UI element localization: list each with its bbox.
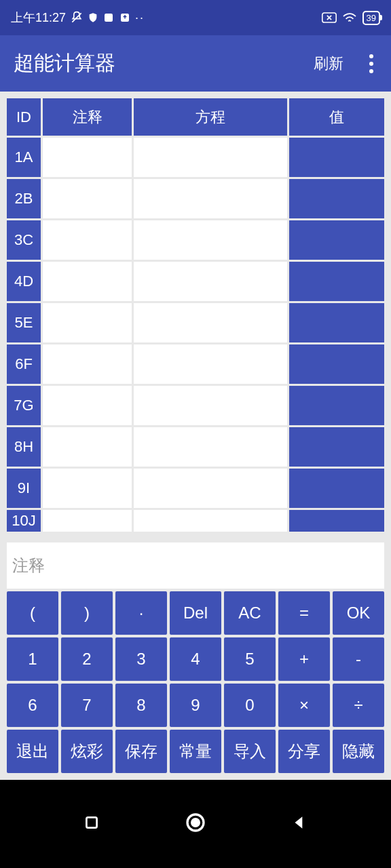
cell-value [289,386,384,425]
cell-equation[interactable] [134,344,287,384]
cell-note[interactable] [43,386,132,425]
cell-id: 9I [7,469,41,508]
cell-note[interactable] [43,220,132,260]
key-6[interactable]: 6 [7,684,58,727]
cell-equation[interactable] [134,469,287,508]
nav-home[interactable] [185,812,206,836]
key-分享[interactable]: 分享 [278,730,330,773]
shield-icon [88,12,98,23]
key-5[interactable]: 5 [224,637,276,681]
wifi-icon [342,12,357,24]
battery-icon: 39 [362,11,380,25]
status-time: 上午11:27 [11,9,66,26]
key-3[interactable]: 3 [115,637,167,681]
table-body[interactable]: 1A2B3C4D5E6F7G8H9I10J [7,136,384,542]
key-=[interactable]: = [278,591,330,635]
table-header: ID 注释 方程 值 [7,98,384,136]
cell-id: 2B [7,179,41,218]
cell-equation[interactable] [134,179,287,218]
table-row[interactable]: 6F [7,344,384,384]
cell-value [289,344,384,384]
cell-equation[interactable] [134,262,287,301]
table-row[interactable]: 8H [7,427,384,467]
nav-bar [0,780,391,868]
key-OK[interactable]: OK [333,591,384,635]
close-box-icon [322,12,337,23]
key-7[interactable]: 7 [61,684,113,727]
key-·[interactable]: · [115,591,167,635]
table: ID 注释 方程 值 1A2B3C4D5E6F7G8H9I10J [7,98,384,542]
cell-id: 5E [7,303,41,342]
cell-value [289,427,384,467]
cell-value [289,179,384,218]
cell-note[interactable] [43,510,132,532]
key-炫彩[interactable]: 炫彩 [61,730,113,773]
square-icon [103,12,115,24]
nav-recent[interactable] [83,814,100,834]
key-保存[interactable]: 保存 [115,730,167,773]
key-9[interactable]: 9 [170,684,221,727]
cell-note[interactable] [43,262,132,301]
cell-note[interactable] [43,179,132,218]
cell-id: 4D [7,262,41,301]
cell-id: 10J [7,510,41,532]
cell-value [289,303,384,342]
key-)[interactable]: ) [61,591,113,635]
cell-value [289,138,384,177]
cell-equation[interactable] [134,510,287,532]
cell-id: 3C [7,220,41,260]
cell-equation[interactable] [134,138,287,177]
key-AC[interactable]: AC [224,591,276,635]
key-导入[interactable]: 导入 [224,730,276,773]
header-equation: 方程 [134,98,287,136]
note-input[interactable]: 注释 [7,542,384,589]
key-×[interactable]: × [278,684,330,727]
key-退出[interactable]: 退出 [7,730,58,773]
table-row[interactable]: 1A [7,138,384,177]
key-([interactable]: ( [7,591,58,635]
table-row[interactable]: 7G [7,386,384,425]
table-row[interactable]: 9I [7,469,384,508]
cell-id: 6F [7,344,41,384]
table-row[interactable]: 3C [7,220,384,260]
header-value: 值 [289,98,384,136]
header-id: ID [7,98,41,136]
table-row[interactable]: 10J [7,510,384,532]
table-row[interactable]: 2B [7,179,384,218]
app-bar: 超能计算器 刷新 [0,35,391,92]
key-+[interactable]: + [278,637,330,681]
cell-equation[interactable] [134,303,287,342]
key-4[interactable]: 4 [170,637,221,681]
svg-rect-4 [86,817,96,827]
content-area: ID 注释 方程 值 1A2B3C4D5E6F7G8H9I10J 注释 ()·D… [0,92,391,780]
key-Del[interactable]: Del [170,591,221,635]
cell-id: 7G [7,386,41,425]
cell-note[interactable] [43,427,132,467]
key-0[interactable]: 0 [224,684,276,727]
table-row[interactable]: 5E [7,303,384,342]
key-÷[interactable]: ÷ [333,684,384,727]
app-title: 超能计算器 [14,50,115,77]
cell-equation[interactable] [134,427,287,467]
status-bar: 上午11:27 ·· 39 [0,0,391,35]
table-row[interactable]: 4D [7,262,384,301]
key-8[interactable]: 8 [115,684,167,727]
key-2[interactable]: 2 [61,637,113,681]
cell-note[interactable] [43,303,132,342]
key-常量[interactable]: 常量 [170,730,221,773]
key-1[interactable]: 1 [7,637,58,681]
cell-note[interactable] [43,138,132,177]
key-隐藏[interactable]: 隐藏 [333,730,384,773]
cell-equation[interactable] [134,386,287,425]
cell-note[interactable] [43,469,132,508]
nav-back[interactable] [291,814,308,834]
cell-id: 1A [7,138,41,177]
menu-button[interactable] [365,54,377,73]
svg-point-6 [192,819,200,827]
cell-note[interactable] [43,344,132,384]
cell-value [289,220,384,260]
refresh-button[interactable]: 刷新 [314,54,343,74]
cell-equation[interactable] [134,220,287,260]
key--[interactable]: - [333,637,384,681]
svg-rect-1 [105,14,113,22]
